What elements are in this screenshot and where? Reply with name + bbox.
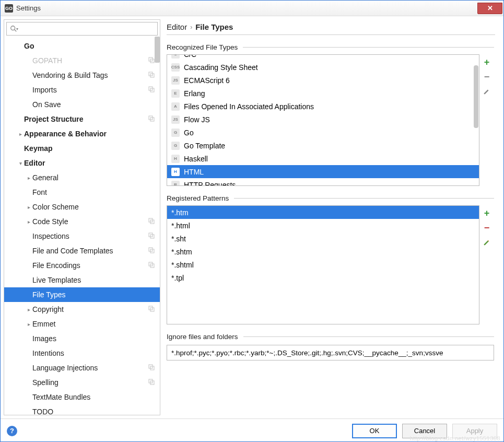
filetype-icon: E: [171, 89, 180, 98]
main-pane: Editor › File Types Recognized File Type…: [163, 19, 500, 415]
tree-item-file-and-code-templates[interactable]: File and Code Templates: [4, 243, 160, 258]
close-button[interactable]: ✕: [477, 3, 502, 14]
section-label: Ignore files and folders: [167, 333, 238, 341]
tree-item-inspections[interactable]: Inspections: [4, 229, 160, 243]
tree-item-go[interactable]: Go: [4, 39, 160, 53]
filetype-row[interactable]: CC/C: [167, 54, 479, 61]
search-box[interactable]: ▾: [6, 22, 158, 36]
tree-item-images[interactable]: Images: [4, 331, 160, 346]
tree-item-label: Color Scheme: [32, 203, 160, 211]
remove-pattern-button[interactable]: −: [482, 223, 491, 232]
chevron-right-icon: ›: [190, 24, 192, 31]
tree-item-label: File Encodings: [32, 261, 148, 270]
breadcrumb: Editor › File Types: [167, 22, 495, 35]
tree-item-label: Emmet: [32, 320, 160, 328]
section-label: Recognized File Types: [167, 43, 238, 51]
filetype-icon: R: [171, 181, 180, 187]
tree-item-label: On Save: [32, 100, 160, 109]
filetype-row[interactable]: CSSCascading Style Sheet: [167, 61, 479, 74]
pattern-row[interactable]: *.htm: [167, 206, 479, 219]
tree-item-intentions[interactable]: Intentions: [4, 346, 160, 360]
tree-item-label: Appearance & Behavior: [24, 130, 160, 138]
project-scope-icon: [148, 217, 157, 226]
tree-item-gopath[interactable]: GOPATH: [4, 53, 160, 68]
tree-item-general[interactable]: ▸General: [4, 170, 160, 185]
tree-item-label: File Types: [32, 290, 160, 299]
tree-item-keymap[interactable]: Keymap: [4, 141, 160, 156]
filetype-row[interactable]: JSFlow JS: [167, 113, 479, 126]
chevron-right-icon: ▸: [25, 321, 32, 327]
filetypes-scrollbar[interactable]: [474, 65, 478, 128]
filetype-row[interactable]: AFiles Opened In Associated Applications: [167, 100, 479, 113]
ignore-files-input[interactable]: [167, 345, 494, 360]
filetype-label: ECMAScript 6: [184, 76, 230, 85]
breadcrumb-root[interactable]: Editor: [167, 22, 187, 31]
tree-item-imports[interactable]: Imports: [4, 83, 160, 97]
edit-pattern-button[interactable]: [482, 238, 491, 247]
watermark: http://blog.csdn.net/wzy1551368: [410, 435, 500, 441]
tree-item-textmate-bundles[interactable]: TextMate Bundles: [4, 390, 160, 404]
tree-item-label: TODO: [32, 408, 160, 415]
tree-item-live-templates[interactable]: Live Templates: [4, 273, 160, 287]
filetype-row[interactable]: EErlang: [167, 87, 479, 100]
tree-item-color-scheme[interactable]: ▸Color Scheme: [4, 200, 160, 214]
add-filetype-button[interactable]: +: [482, 57, 491, 67]
tree-item-language-injections[interactable]: Language Injections: [4, 360, 160, 375]
tree-item-label: Code Style: [32, 217, 148, 226]
section-ignore-files: Ignore files and folders: [167, 333, 494, 341]
filetype-label: Files Opened In Associated Applications: [184, 102, 314, 111]
settings-tree[interactable]: GoGOPATHVendoring & Build TagsImportsOn …: [4, 37, 160, 415]
chevron-right-icon: ▸: [17, 131, 24, 137]
ok-button[interactable]: OK: [352, 424, 397, 438]
help-button[interactable]: ?: [7, 426, 17, 436]
tree-item-editor[interactable]: ▾Editor: [4, 156, 160, 170]
tree-item-emmet[interactable]: ▸Emmet: [4, 317, 160, 331]
pattern-row[interactable]: *.sht: [167, 232, 479, 245]
filetype-icon: H: [171, 168, 180, 176]
filetype-row[interactable]: RHTTP Requests: [167, 178, 479, 186]
tree-item-label: File and Code Templates: [32, 247, 148, 255]
tree-item-copyright[interactable]: ▸Copyright: [4, 302, 160, 317]
edit-filetype-button[interactable]: [482, 87, 491, 96]
filetype-row[interactable]: HHTML: [167, 165, 479, 178]
tree-item-todo[interactable]: TODO: [4, 404, 160, 415]
tree-item-code-style[interactable]: ▸Code Style: [4, 214, 160, 229]
registered-patterns-list[interactable]: *.htm*.html*.sht*.shtm*.shtml*.tpl: [167, 205, 479, 324]
tree-item-file-types[interactable]: File Types: [4, 287, 160, 302]
tree-item-file-encodings[interactable]: File Encodings: [4, 258, 160, 273]
filetype-row[interactable]: HHaskell: [167, 152, 479, 165]
project-scope-icon: [148, 378, 157, 387]
tree-item-font[interactable]: Font: [4, 185, 160, 200]
pattern-row[interactable]: *.shtm: [167, 245, 479, 258]
recognized-file-types-list[interactable]: CC/CCSSCascading Style SheetJSECMAScript…: [167, 54, 479, 186]
filetype-row[interactable]: JSECMAScript 6: [167, 74, 479, 87]
pattern-row[interactable]: *.html: [167, 219, 479, 232]
pattern-row[interactable]: *.tpl: [167, 271, 479, 284]
tree-item-on-save[interactable]: On Save: [4, 97, 160, 112]
tree-item-spelling[interactable]: Spelling: [4, 375, 160, 390]
tree-item-label: Font: [32, 188, 160, 196]
tree-item-label: TextMate Bundles: [32, 393, 160, 401]
tree-item-project-structure[interactable]: Project Structure: [4, 112, 160, 126]
project-scope-icon: [148, 364, 157, 372]
app-icon: GO: [5, 4, 13, 13]
chevron-right-icon: ▸: [25, 204, 32, 210]
tree-item-label: Images: [32, 334, 160, 343]
filetype-row[interactable]: GGo: [167, 126, 479, 139]
tree-item-vendoring-build-tags[interactable]: Vendoring & Build Tags: [4, 68, 160, 83]
breadcrumb-leaf: File Types: [195, 22, 233, 31]
patterns-tools: + −: [479, 205, 494, 324]
filetype-row[interactable]: GGo Template: [167, 139, 479, 152]
chevron-right-icon: ▸: [25, 307, 32, 312]
remove-filetype-button[interactable]: −: [482, 72, 491, 82]
project-scope-icon: [148, 115, 157, 123]
tree-item-label: GOPATH: [32, 56, 148, 65]
titlebar: GO Settings ✕: [1, 1, 503, 16]
pattern-row[interactable]: *.shtml: [167, 258, 479, 271]
add-pattern-button[interactable]: +: [482, 208, 491, 218]
tree-item-appearance-behavior[interactable]: ▸Appearance & Behavior: [4, 126, 160, 141]
filetype-label: Erlang: [184, 89, 205, 98]
project-scope-icon: [148, 232, 157, 240]
search-options-chevron-icon[interactable]: ▾: [16, 27, 18, 31]
search-input[interactable]: [20, 25, 154, 33]
